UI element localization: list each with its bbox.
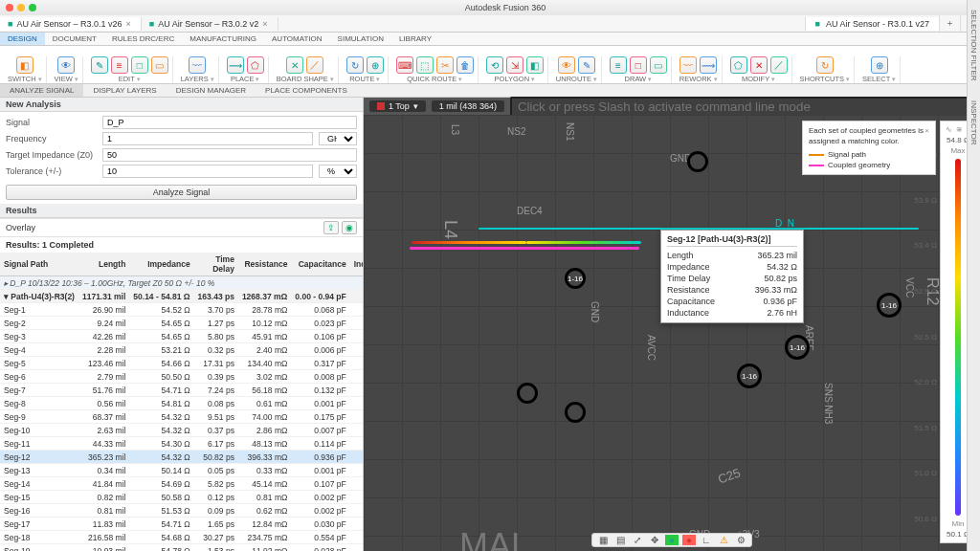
- ribbon-button[interactable]: ⬠: [247, 56, 264, 74]
- grid-icon[interactable]: ▦: [596, 535, 610, 545]
- table-row[interactable]: Seg-160.81 mil51.53 Ω0.09 ps0.62 mΩ0.002…: [0, 504, 363, 518]
- table-header[interactable]: Impedance: [129, 253, 193, 276]
- document-tab[interactable]: ■ AU Air Sensor – R3.0.1 v26 ×: [0, 17, 142, 31]
- table-row[interactable]: Seg-29.24 mil54.65 Ω1.27 ps10.12 mΩ0.023…: [0, 317, 363, 330]
- ribbon-group-label[interactable]: SELECT: [862, 75, 896, 83]
- ribbon-button[interactable]: ⇲: [506, 56, 523, 74]
- right-side-tabs[interactable]: SELECTION FILTER INSPECTOR: [967, 0, 980, 551]
- table-row[interactable]: Seg-62.79 mil50.50 Ω0.39 ps3.02 mΩ0.008 …: [0, 370, 363, 384]
- table-row[interactable]: Seg-12365.23 mil54.32 Ω50.82 ps396.33 mΩ…: [0, 451, 363, 464]
- pan-icon[interactable]: ✥: [648, 535, 661, 545]
- table-row[interactable]: Seg-42.28 mil53.21 Ω0.32 ps2.40 mΩ0.006 …: [0, 343, 363, 357]
- ribbon-button[interactable]: ▭: [151, 56, 168, 74]
- ribbon-button[interactable]: ≡: [111, 56, 128, 74]
- ribbon-button[interactable]: ⟿: [227, 56, 244, 74]
- coupled-trace[interactable]: [410, 247, 639, 250]
- document-tab[interactable]: ■ AU Air Sensor – R3.0.2 v2 ×: [142, 17, 278, 31]
- ribbon-group-label[interactable]: REWORK: [679, 75, 718, 83]
- ribbon-button[interactable]: ◧: [526, 56, 544, 74]
- ribbon-group-label[interactable]: SWITCH: [8, 75, 42, 83]
- workspace-tab[interactable]: RULES DRC/ERC: [104, 33, 182, 45]
- close-icon[interactable]: ×: [262, 19, 267, 29]
- status-err-icon[interactable]: ●: [682, 535, 696, 545]
- table-row[interactable]: Seg-968.37 mil54.32 Ω9.51 ps74.00 mΩ0.17…: [0, 410, 363, 424]
- workspace-tab[interactable]: MANUFACTURING: [182, 33, 264, 45]
- ribbon-button[interactable]: 🗑: [457, 56, 474, 74]
- warning-icon[interactable]: ⚠: [717, 535, 730, 545]
- ribbon-button[interactable]: 〰: [189, 56, 206, 74]
- ribbon-button[interactable]: ⌨: [396, 56, 413, 74]
- ribbon-button[interactable]: ↻: [346, 56, 364, 74]
- overlay-share-icon[interactable]: ⇪: [323, 221, 339, 234]
- signal-trace[interactable]: [526, 241, 641, 244]
- table-row[interactable]: Seg-342.26 mil54.65 Ω5.80 ps45.91 mΩ0.10…: [0, 330, 363, 343]
- ribbon-button[interactable]: ⟲: [486, 56, 503, 74]
- layer-selector[interactable]: 1 Top ▾: [369, 100, 426, 112]
- table-header[interactable]: Time Delay: [194, 253, 238, 276]
- workspace-tab[interactable]: LIBRARY: [391, 33, 439, 45]
- ribbon-group-label[interactable]: MODIFY: [742, 75, 775, 83]
- close-icon[interactable]: ×: [924, 125, 929, 136]
- legend-couple-icon[interactable]: ≋: [956, 125, 963, 134]
- signal-trace[interactable]: [412, 241, 526, 244]
- table-row[interactable]: Seg-126.90 mil54.52 Ω3.70 ps28.78 mΩ0.06…: [0, 303, 363, 317]
- ribbon-button[interactable]: ／: [770, 56, 788, 74]
- ribbon-button[interactable]: ✕: [750, 56, 768, 74]
- side-tab[interactable]: INSPECTOR: [969, 100, 978, 145]
- pad[interactable]: [517, 383, 538, 404]
- ribbon-button[interactable]: ✕: [286, 56, 303, 74]
- signal-input[interactable]: [102, 116, 357, 129]
- ribbon-button[interactable]: □: [131, 56, 148, 74]
- table-row[interactable]: Seg-751.76 mil54.71 Ω7.24 ps56.18 mΩ0.13…: [0, 384, 363, 397]
- table-row[interactable]: Seg-150.82 mil50.58 Ω0.12 ps0.81 mΩ0.002…: [0, 491, 363, 504]
- view-toolbar[interactable]: ▦ ▤ ⤢ ✥ ● ● ∟ ⚠ ⚙: [591, 533, 752, 547]
- ribbon-button[interactable]: 👁: [57, 56, 75, 74]
- panel-mode-tab[interactable]: PLACE COMPONENTS: [256, 84, 357, 97]
- table-path-row[interactable]: ▾ Path-U4(3)-R3(2)1171.31 mil50.14 - 54.…: [0, 290, 363, 303]
- ribbon-group-label[interactable]: QUICK ROUTE: [407, 75, 462, 83]
- close-icon[interactable]: ×: [126, 19, 131, 29]
- analyze-button[interactable]: Analyze Signal: [6, 185, 357, 200]
- board-canvas[interactable]: L3 L4 NS2 NS1 DEC4 GND GND AVCC AREF C25…: [364, 115, 980, 551]
- table-row[interactable]: Seg-1910.93 mil54.78 Ω1.53 ps11.92 mΩ0.0…: [0, 544, 363, 552]
- table-header[interactable]: Length: [78, 253, 129, 276]
- pad[interactable]: 1-16: [877, 293, 902, 318]
- frequency-input[interactable]: [102, 132, 313, 145]
- table-row[interactable]: Seg-80.56 mil54.81 Ω0.08 ps0.61 mΩ0.001 …: [0, 397, 363, 410]
- new-tab-button[interactable]: ＋: [939, 15, 960, 32]
- ribbon-button[interactable]: ⟿: [700, 56, 717, 74]
- pad[interactable]: 1-16: [737, 364, 762, 388]
- pad[interactable]: [687, 151, 708, 172]
- ribbon-button[interactable]: ↻: [816, 56, 834, 74]
- ribbon-button[interactable]: ⬠: [730, 56, 747, 74]
- ribbon-group-label[interactable]: BOARD SHAPE: [277, 75, 334, 83]
- ribbon-group-label[interactable]: DRAW: [625, 75, 653, 83]
- ribbon-group-label[interactable]: LAYERS: [181, 75, 214, 83]
- table-row[interactable]: Seg-102.63 mil54.32 Ω0.37 ps2.86 mΩ0.007…: [0, 424, 363, 437]
- status-ok-icon[interactable]: ●: [665, 535, 679, 545]
- workspace-tab[interactable]: DOCUMENT: [45, 33, 104, 45]
- zoom-icon[interactable]: [29, 4, 36, 11]
- frequency-unit[interactable]: GHz: [319, 132, 357, 145]
- ribbon-button[interactable]: ／: [306, 56, 323, 74]
- workspace-tab[interactable]: DESIGN: [0, 33, 45, 45]
- table-row[interactable]: Seg-1144.33 mil54.30 Ω6.17 ps48.13 mΩ0.1…: [0, 437, 363, 451]
- table-row[interactable]: Seg-130.34 mil50.14 Ω0.05 ps0.33 mΩ0.001…: [0, 464, 363, 477]
- ribbon-button[interactable]: ▭: [650, 56, 667, 74]
- layers-icon[interactable]: ▤: [613, 535, 627, 545]
- ribbon-group-label[interactable]: EDIT: [119, 75, 141, 83]
- pad[interactable]: [565, 402, 586, 423]
- panel-mode-tab[interactable]: ANALYZE SIGNAL: [0, 84, 83, 97]
- panel-mode-tab[interactable]: DISPLAY LAYERS: [83, 84, 166, 97]
- ribbon-button[interactable]: □: [630, 56, 647, 74]
- ribbon-button[interactable]: ⬚: [416, 56, 434, 74]
- window-controls[interactable]: [6, 4, 36, 11]
- table-row[interactable]: Seg-1711.83 mil54.71 Ω1.65 ps12.84 mΩ0.0…: [0, 518, 363, 531]
- ribbon-button[interactable]: ◧: [16, 56, 33, 74]
- table-row[interactable]: Seg-5123.46 mil54.66 Ω17.31 ps134.40 mΩ0…: [0, 357, 363, 370]
- pad[interactable]: 1-16: [565, 268, 586, 289]
- fit-icon[interactable]: ⤢: [631, 535, 644, 545]
- table-header[interactable]: Inductance: [350, 253, 363, 276]
- ribbon-group-label[interactable]: POLYGON: [495, 75, 536, 83]
- panel-mode-tab[interactable]: DESIGN MANAGER: [167, 84, 256, 97]
